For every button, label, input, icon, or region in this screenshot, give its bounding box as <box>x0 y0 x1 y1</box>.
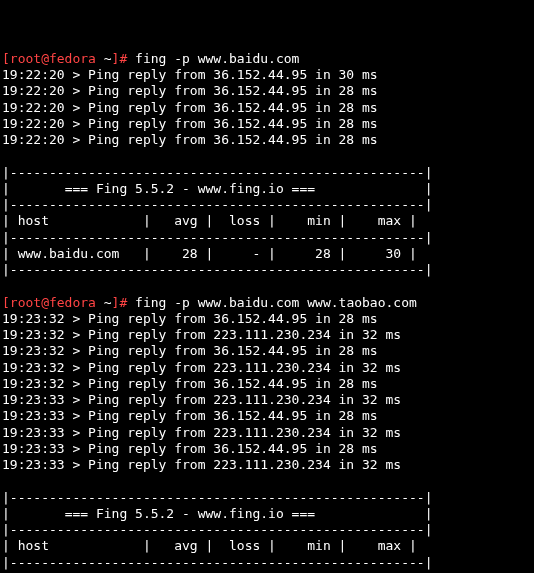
fing-banner: === Fing 5.5.2 - www.fing.io === <box>65 181 315 196</box>
ping-reply-line: 19:23:32 > Ping reply from 223.111.230.2… <box>2 360 401 375</box>
ping-reply-line: 19:22:20 > Ping reply from 36.152.44.95 … <box>2 100 378 115</box>
prompt-bracket: [ <box>2 295 10 310</box>
ping-reply-line: 19:22:20 > Ping reply from 36.152.44.95 … <box>2 83 378 98</box>
prompt-user: root@fedora <box>10 51 96 66</box>
ping-reply-line: 19:22:20 > Ping reply from 36.152.44.95 … <box>2 67 378 82</box>
command-text: fing -p www.baidu.com <box>135 51 299 66</box>
ping-reply-line: 19:23:33 > Ping reply from 36.152.44.95 … <box>2 441 378 456</box>
ping-reply-line: 19:23:32 > Ping reply from 36.152.44.95 … <box>2 311 378 326</box>
ping-reply-line: 19:23:33 > Ping reply from 223.111.230.2… <box>2 425 401 440</box>
table-row: | www.baidu.com | 28 | - | 28 | 30 | <box>2 246 417 261</box>
prompt-bracket: ]# <box>112 295 128 310</box>
prompt-bracket: [ <box>2 51 10 66</box>
ping-reply-line: 19:23:33 > Ping reply from 223.111.230.2… <box>2 392 401 407</box>
ping-reply-line: 19:23:33 > Ping reply from 223.111.230.2… <box>2 457 401 472</box>
ping-reply-line: 19:23:32 > Ping reply from 223.111.230.2… <box>2 327 401 342</box>
ping-reply-line: 19:22:20 > Ping reply from 36.152.44.95 … <box>2 132 378 147</box>
terminal-output: [root@fedora ~]# fing -p www.baidu.com 1… <box>2 51 532 573</box>
prompt-bracket: ]# <box>112 51 128 66</box>
ping-reply-line: 19:23:32 > Ping reply from 36.152.44.95 … <box>2 376 378 391</box>
command-text: fing -p www.baidu.com www.taobao.com <box>135 295 417 310</box>
ping-reply-line: 19:22:20 > Ping reply from 36.152.44.95 … <box>2 116 378 131</box>
ping-reply-line: 19:23:33 > Ping reply from 36.152.44.95 … <box>2 408 378 423</box>
prompt-user: root@fedora <box>10 295 96 310</box>
fing-banner: === Fing 5.5.2 - www.fing.io === <box>65 506 315 521</box>
ping-reply-line: 19:23:32 > Ping reply from 36.152.44.95 … <box>2 343 378 358</box>
